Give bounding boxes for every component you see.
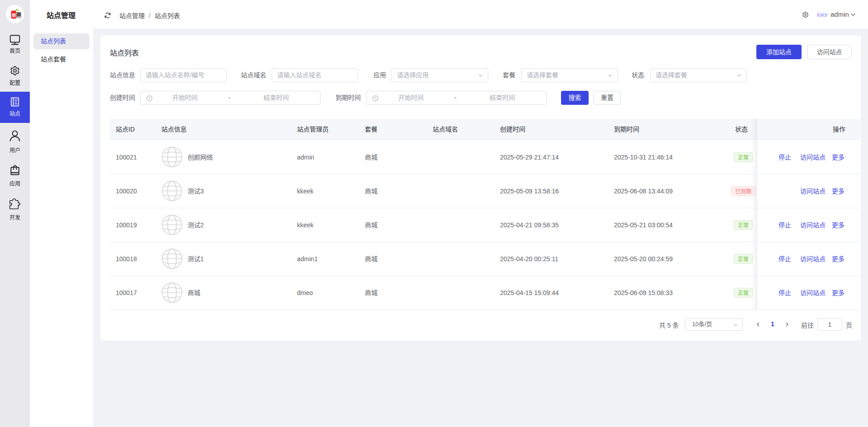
svg-text:颜: 颜 [17, 12, 22, 17]
svg-text:创: 创 [11, 13, 16, 18]
